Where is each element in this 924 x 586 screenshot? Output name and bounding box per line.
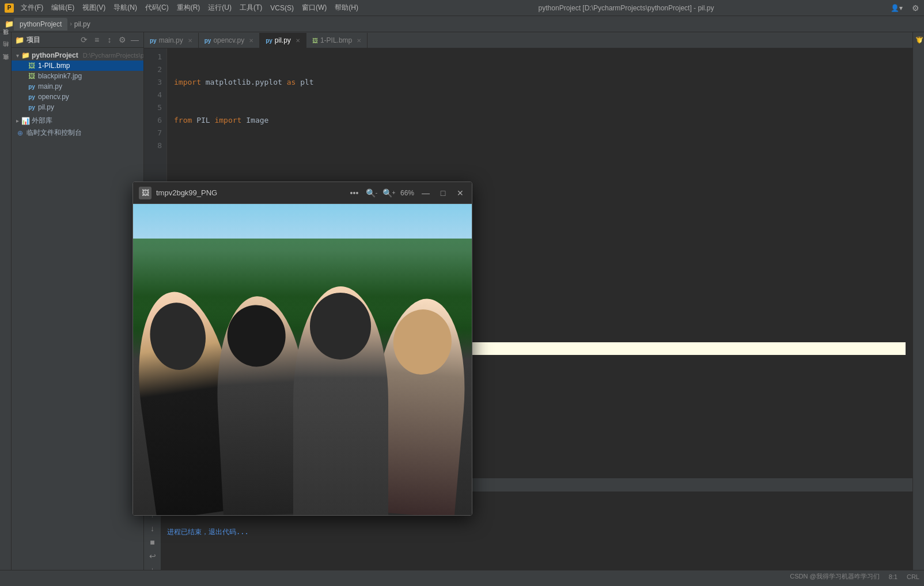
py-pil-icon: py bbox=[28, 103, 36, 111]
close-sidebar-btn[interactable]: — bbox=[130, 35, 140, 45]
file-opencv-label: opencv.py bbox=[38, 93, 69, 101]
sidebar-title: 项目 bbox=[26, 35, 40, 45]
tree-file-blackpink[interactable]: 🖼 blackpink7.jpg bbox=[12, 71, 143, 81]
person-3 bbox=[293, 286, 388, 515]
root-folder-name: pythonProject bbox=[32, 51, 78, 59]
user-icon[interactable]: 👤▾ bbox=[891, 4, 903, 12]
photo-persons bbox=[133, 266, 472, 515]
file-main-label: main.py bbox=[38, 82, 62, 90]
tree-file-pil[interactable]: py pil.py bbox=[12, 102, 143, 112]
tree-root[interactable]: ▾ 📁 pythonProject D:\PycharmProjects\pyt… bbox=[12, 50, 143, 61]
viewer-more-btn[interactable]: ••• bbox=[349, 187, 360, 199]
run-stop-btn[interactable]: ■ bbox=[147, 537, 158, 547]
viewer-maximize-btn[interactable]: □ bbox=[437, 187, 449, 199]
viewer-close-btn[interactable]: ✕ bbox=[455, 187, 466, 199]
project-tab[interactable]: pythonProject bbox=[14, 18, 67, 31]
tree-temp-files[interactable]: ⊕ 临时文件和控制台 bbox=[12, 127, 143, 139]
tab-pil-icon: py bbox=[266, 37, 272, 44]
notifications-icon[interactable]: 🔔 bbox=[915, 37, 922, 44]
menu-file[interactable]: 文件(F) bbox=[17, 2, 47, 14]
menu-run[interactable]: 运行(U) bbox=[205, 2, 235, 14]
project-icon: 📁 bbox=[5, 20, 14, 28]
py-opencv-icon: py bbox=[28, 93, 36, 101]
project-panel-icon[interactable]: 项目 bbox=[1, 35, 10, 44]
collapse-btn[interactable]: ↕ bbox=[104, 35, 115, 45]
run-wrap-btn[interactable]: ↩ bbox=[147, 551, 158, 561]
viewer-controls: ••• 🔍- 🔍+ 66% — □ ✕ bbox=[349, 187, 466, 199]
root-folder-icon: 📁 bbox=[21, 51, 29, 59]
tab-pil-close[interactable]: ✕ bbox=[296, 37, 300, 44]
tree-file-main[interactable]: py main.py bbox=[12, 81, 143, 92]
menu-window[interactable]: 窗口(W) bbox=[298, 2, 330, 14]
image-viewer: 🖼 tmpv2bgk99_PNG ••• 🔍- 🔍+ 66% — □ ✕ bbox=[132, 182, 472, 516]
window-title: pythonProject [D:\PycharmProjects\python… bbox=[362, 4, 891, 12]
library-icon: 📊 bbox=[21, 117, 29, 125]
tree-file-opencv[interactable]: py opencv.py bbox=[12, 92, 143, 102]
menu-nav[interactable]: 导航(N) bbox=[110, 2, 141, 14]
tab-main-icon: py bbox=[150, 37, 157, 44]
ext-arrow: ▸ bbox=[16, 118, 19, 124]
file-pil-label: pil.py bbox=[38, 103, 54, 111]
tab-main-py[interactable]: py main.py ✕ bbox=[144, 33, 199, 48]
sidebar-toolbar: 📁 项目 ⟳ ≡ ↕ ⚙ — bbox=[12, 32, 143, 48]
viewer-zoom-out-btn[interactable]: 🔍- bbox=[366, 187, 377, 199]
file-tree: ▾ 📁 pythonProject D:\PycharmProjects\pyt… bbox=[12, 48, 143, 570]
viewer-file-icon: 🖼 bbox=[139, 187, 152, 199]
collapse-arrow: ▾ bbox=[16, 52, 19, 59]
tab-bmp[interactable]: 🖼 1-PIL.bmp ✕ bbox=[306, 33, 368, 48]
viewer-titlebar: 🖼 tmpv2bgk99_PNG ••• 🔍- 🔍+ 66% — □ ✕ bbox=[133, 182, 472, 204]
status-bar: CSDN @我得学习机器咋学习们 8:1 CRL bbox=[0, 570, 924, 583]
bookmark-icon[interactable]: 收藏夹 bbox=[1, 60, 10, 69]
encoding-label: CRL bbox=[907, 573, 919, 580]
tab-main-close[interactable]: ✕ bbox=[188, 37, 192, 44]
tab-opencv-py[interactable]: py opencv.py ✕ bbox=[199, 33, 260, 48]
run-scroll-down-btn[interactable]: ↓ bbox=[147, 523, 158, 534]
tab-bmp-close[interactable]: ✕ bbox=[357, 37, 361, 44]
menu-code[interactable]: 代码(C) bbox=[142, 2, 172, 14]
menu-bar: 文件(F) 编辑(E) 视图(V) 导航(N) 代码(C) 重构(R) 运行(U… bbox=[17, 2, 362, 14]
code-line-1: import matplotlib.pyplot as plt bbox=[174, 76, 906, 89]
ext-libs-label: 外部库 bbox=[32, 116, 52, 126]
viewer-zoom-in-btn[interactable]: 🔍+ bbox=[383, 187, 395, 199]
left-gutter: 项目 结构 收藏夹 bbox=[0, 32, 12, 570]
jpg-file-icon: 🖼 bbox=[28, 72, 36, 80]
viewer-body bbox=[133, 204, 472, 515]
menu-view[interactable]: 视图(V) bbox=[79, 2, 109, 14]
settings-btn[interactable]: ⚙ bbox=[117, 35, 127, 45]
menu-edit[interactable]: 编辑(E) bbox=[48, 2, 78, 14]
output-line-3 bbox=[167, 516, 907, 527]
menu-help[interactable]: 帮助(H) bbox=[331, 2, 362, 14]
title-bar: P 文件(F) 编辑(E) 视图(V) 导航(N) 代码(C) 重构(R) 运行… bbox=[0, 0, 924, 16]
menu-vcs[interactable]: VCS(S) bbox=[267, 3, 297, 13]
structure-icon[interactable]: 结构 bbox=[1, 47, 10, 56]
file-1-pil-bmp-label: 1-PIL.bmp bbox=[38, 62, 70, 70]
output-line-4: 进程已结束，退出代码... bbox=[167, 527, 907, 537]
breadcrumb-file: pil.py bbox=[74, 20, 90, 28]
app-icon: P bbox=[5, 3, 14, 13]
sync-btn[interactable]: ⟳ bbox=[79, 35, 89, 45]
menu-tools[interactable]: 工具(T) bbox=[236, 2, 266, 14]
code-line-3 bbox=[174, 152, 906, 165]
tab-opencv-close[interactable]: ✕ bbox=[249, 37, 253, 44]
csdn-label: CSDN @我得学习机器咋学习们 bbox=[790, 572, 879, 581]
editor-tabs: py main.py ✕ py opencv.py ✕ py pil.py ✕ … bbox=[144, 32, 912, 48]
code-line-2: from PIL import Image bbox=[174, 114, 906, 127]
tab-opencv-icon: py bbox=[205, 37, 211, 44]
py-main-icon: py bbox=[28, 82, 36, 90]
viewer-zoom-level: 66% bbox=[400, 189, 414, 197]
sidebar: 📁 项目 ⟳ ≡ ↕ ⚙ — ▾ 📁 pythonProject D:\Pych… bbox=[12, 32, 144, 570]
temp-icon: ⊕ bbox=[16, 129, 24, 137]
right-strip: 🔔 bbox=[912, 32, 924, 570]
viewer-title: tmpv2bgk99_PNG bbox=[156, 188, 344, 197]
run-scroll-end-btn[interactable]: ↓ bbox=[147, 565, 158, 570]
settings-icon[interactable]: ⚙ bbox=[912, 3, 919, 13]
tab-bmp-icon: 🖼 bbox=[312, 37, 318, 44]
menu-refactor[interactable]: 重构(R) bbox=[173, 2, 204, 14]
temp-files-label: 临时文件和控制台 bbox=[26, 128, 82, 138]
tree-file-1-pil-bmp[interactable]: 🖼 1-PIL.bmp bbox=[12, 61, 143, 71]
tree-external-libs[interactable]: ▸ 📊 外部库 bbox=[12, 115, 143, 127]
tab-pil-py[interactable]: py pil.py ✕ bbox=[260, 33, 306, 48]
expand-btn[interactable]: ≡ bbox=[92, 35, 102, 45]
viewer-minimize-btn[interactable]: — bbox=[420, 187, 431, 199]
bmp-file-icon: 🖼 bbox=[28, 62, 36, 70]
